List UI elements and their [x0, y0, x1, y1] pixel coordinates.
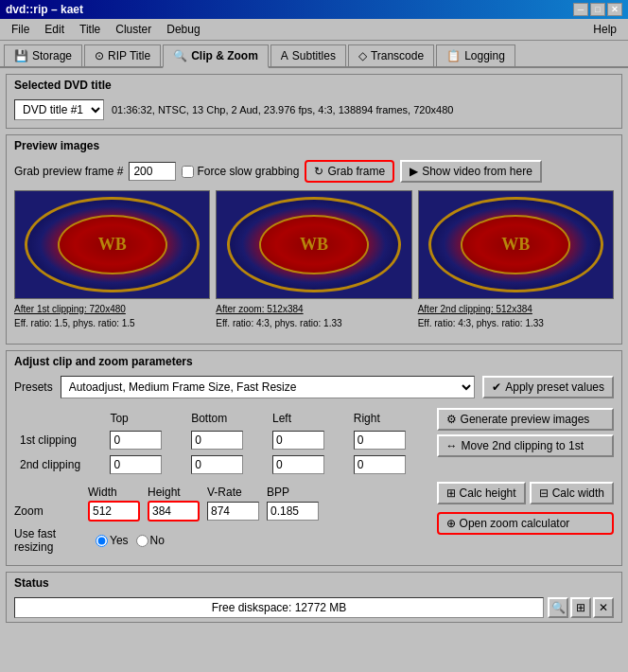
minimize-button[interactable]: ─ [573, 3, 588, 16]
clipping2-label: 2nd clipping [16, 453, 104, 476]
move-clipping-button[interactable]: ↔ Move 2nd clipping to 1st [437, 434, 614, 457]
clipping-table: Top Bottom Left Right 1st clipping [14, 408, 431, 478]
preview-cell-2: WB After zoom: 512x384 Eff. ratio: 4:3, … [216, 190, 411, 330]
window-controls: ─ □ ✕ [573, 3, 622, 16]
fast-resize-yes[interactable] [96, 535, 108, 547]
status-text: Free diskspace: 12772 MB [14, 597, 544, 618]
tab-logging[interactable]: 📋 Logging [436, 44, 515, 66]
open-zoom-calculator-button[interactable]: ⊕ Open zoom calculator [437, 512, 614, 535]
maximize-button[interactable]: □ [590, 3, 605, 16]
rip-icon: ⊙ [95, 49, 104, 62]
clip1-right[interactable] [354, 431, 406, 450]
wb-logo-2: WB [227, 197, 402, 293]
tab-clip-zoom[interactable]: 🔍 Clip & Zoom [163, 44, 269, 68]
fast-resize-no[interactable] [136, 535, 148, 547]
zoom-bpp-input[interactable] [267, 502, 319, 521]
zoom-width-input[interactable] [88, 501, 140, 522]
preview-image-2: WB [216, 190, 411, 299]
grab-row: Grab preview frame # Force slow grabbing… [14, 160, 614, 183]
logging-icon: 📋 [446, 49, 461, 62]
clip1-left[interactable] [272, 431, 324, 450]
zoom-width-header: Width [88, 486, 140, 499]
clip-zoom-heading: Adjust clip and zoom parameters [14, 355, 614, 370]
main-content: Selected DVD title DVD title #1 01:36:32… [0, 68, 628, 634]
generate-icon: ⚙ [446, 413, 457, 426]
menu-bar: File Edit Title Cluster Debug Help [0, 19, 628, 41]
refresh-icon: ↻ [314, 165, 323, 178]
tab-rip-title[interactable]: ⊙ RIP Title [84, 44, 161, 66]
yes-label: Yes [96, 534, 129, 547]
window-title: dvd::rip – kaet [6, 3, 83, 16]
zoom-icon: 🔍 [173, 49, 187, 62]
preview-image-3: WB [418, 190, 614, 299]
zoom-vrate-input[interactable] [207, 502, 259, 521]
menu-cluster[interactable]: Cluster [108, 21, 159, 38]
menu-edit[interactable]: Edit [37, 21, 72, 38]
subtitles-icon: A [281, 49, 288, 62]
tab-transcode[interactable]: ◇ Transcode [348, 44, 434, 66]
x-icon: ✕ [599, 601, 608, 614]
fast-resize-label: Use fast resizing [14, 527, 88, 554]
preview-caption-1: After 1st clipping: 720x480 Eff. ratio: … [14, 302, 210, 330]
fast-resize-row: Use fast resizing Yes No [14, 527, 431, 554]
menu-file[interactable]: File [4, 21, 37, 38]
grid-icon: ⊞ [576, 601, 585, 614]
clip2-bottom[interactable] [191, 455, 243, 474]
tab-clip-zoom-label: Clip & Zoom [191, 49, 258, 62]
dvd-title-section: Selected DVD title DVD title #1 01:36:32… [6, 74, 622, 129]
clip-zoom-layout: Top Bottom Left Right 1st clipping [14, 408, 614, 557]
wb-inner-2: WB [259, 215, 369, 274]
left-column: Top Bottom Left Right 1st clipping [14, 408, 431, 557]
tab-storage[interactable]: 💾 Storage [4, 44, 82, 66]
clipping1-label: 1st clipping [16, 429, 104, 451]
calc-width-icon: ⊟ [539, 486, 549, 500]
zoom-height-input[interactable] [148, 501, 200, 522]
wb-inner-3: WB [461, 215, 570, 274]
preview-heading: Preview images [14, 139, 614, 154]
calc-width-button[interactable]: ⊟ Calc width [530, 482, 614, 504]
generate-preview-button[interactable]: ⚙ Generate preview images [437, 408, 614, 431]
zoom-bpp-header: BPP [267, 486, 319, 499]
grab-frame-button[interactable]: ↻ Grab frame [305, 160, 394, 183]
clip2-top[interactable] [110, 455, 162, 474]
clipping1-row: 1st clipping [16, 429, 429, 451]
tab-storage-label: Storage [32, 49, 72, 62]
show-video-button[interactable]: ▶ Show video from here [400, 160, 542, 183]
clip2-right[interactable] [354, 455, 406, 474]
zoom-in-icon: 🔍 [551, 601, 566, 614]
clip1-top[interactable] [110, 431, 162, 450]
move-icon: ↔ [446, 439, 458, 452]
status-section: Status Free diskspace: 12772 MB 🔍 ⊞ ✕ [6, 572, 622, 623]
tab-subtitles[interactable]: A Subtitles [270, 44, 346, 66]
clip1-bottom[interactable] [191, 431, 243, 450]
wb-inner-1: WB [58, 215, 167, 274]
zoom-vrate-header: V-Rate [207, 486, 259, 499]
tab-transcode-label: Transcode [371, 49, 424, 62]
close-button[interactable]: ✕ [607, 3, 622, 16]
tab-bar: 💾 Storage ⊙ RIP Title 🔍 Clip & Zoom A Su… [0, 41, 628, 68]
zoom-calc-icon: ⊕ [446, 517, 456, 530]
wb-logo-3: WB [428, 197, 603, 293]
presets-select[interactable]: Autoadjust, Medium Frame Size, Fast Resi… [61, 376, 476, 398]
calc-height-button[interactable]: ⊞ Calc height [437, 482, 526, 504]
x-icon-btn[interactable]: ✕ [593, 597, 614, 618]
menu-title[interactable]: Title [72, 21, 108, 38]
grab-label: Grab preview frame # [14, 165, 123, 178]
dvd-title-heading: Selected DVD title [14, 79, 614, 94]
calc-height-icon: ⊞ [446, 486, 456, 500]
menu-help[interactable]: Help [585, 21, 624, 38]
presets-row: Presets Autoadjust, Medium Frame Size, F… [14, 376, 614, 398]
frame-number-input[interactable] [129, 162, 176, 181]
status-heading: Status [14, 576, 614, 592]
clipping2-row: 2nd clipping [16, 453, 429, 476]
clip2-left[interactable] [272, 455, 324, 474]
grid-icon-btn[interactable]: ⊞ [570, 597, 591, 618]
zoom-height-header: Height [148, 486, 200, 499]
apply-preset-button[interactable]: ✔ Apply preset values [482, 376, 614, 398]
menu-debug[interactable]: Debug [159, 21, 207, 38]
force-slow-checkbox[interactable] [182, 166, 194, 178]
dvd-title-select[interactable]: DVD title #1 [14, 99, 104, 120]
zoom-in-icon-btn[interactable]: 🔍 [548, 597, 568, 618]
tab-rip-label: RIP Title [108, 49, 150, 62]
checkmark-icon: ✔ [492, 380, 501, 394]
